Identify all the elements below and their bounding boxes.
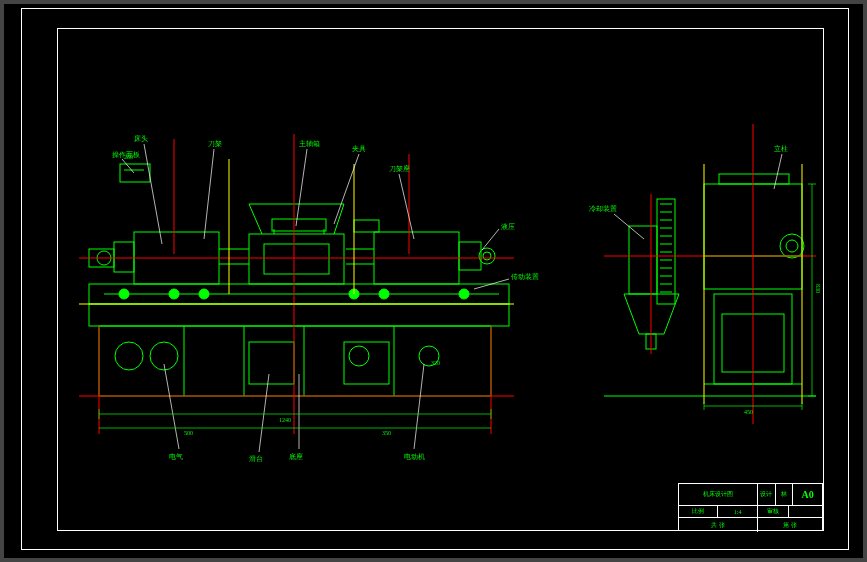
label-motor: 电动机 bbox=[404, 452, 425, 462]
label-transmission: 传动装置 bbox=[511, 272, 539, 282]
cad-canvas[interactable]: 操作面板 床头 刀架 主轴箱 夹具 刀架座 液压 传动装置 电气 滑台 底座 电… bbox=[4, 4, 863, 558]
drawing-title: 机床设计图 bbox=[703, 490, 733, 499]
tb-design-label: 设计 bbox=[758, 484, 776, 505]
title-block: 机床设计图 设计 林 A0 比例 1:4 审核 共 张 第 张 bbox=[678, 483, 823, 531]
dim-450: 450 bbox=[744, 409, 753, 415]
tb-scale-label: 比例 bbox=[679, 506, 718, 517]
dim-1240: 1240 bbox=[279, 417, 291, 423]
sheet-size: A0 bbox=[793, 484, 822, 505]
label-coolant: 冷却装置 bbox=[589, 204, 617, 214]
label-hydraulic: 液压 bbox=[501, 222, 515, 232]
tb-scale-value: 1:4 bbox=[718, 506, 757, 517]
dim-350: 350 bbox=[382, 430, 391, 436]
tb-designer: 林 bbox=[776, 484, 794, 505]
dim-280: 280 bbox=[124, 154, 133, 160]
dim-320: 320 bbox=[431, 360, 440, 366]
label-slide: 滑台 bbox=[249, 454, 263, 464]
dim-830: 830 bbox=[815, 284, 821, 293]
tb-sheet-num: 第 张 bbox=[758, 518, 822, 532]
label-toolpost: 刀架 bbox=[208, 139, 222, 149]
label-electrical: 电气 bbox=[169, 452, 183, 462]
dim-500: 500 bbox=[184, 430, 193, 436]
label-spindle-box: 主轴箱 bbox=[299, 139, 320, 149]
label-fixture: 夹具 bbox=[352, 144, 366, 154]
label-headstock: 床头 bbox=[134, 134, 148, 144]
tb-checker bbox=[789, 506, 822, 517]
label-column: 立柱 bbox=[774, 144, 788, 154]
tb-sheet-of: 共 张 bbox=[679, 518, 758, 532]
label-base: 底座 bbox=[289, 452, 303, 462]
label-toolseat: 刀架座 bbox=[389, 164, 410, 174]
tb-check-label: 审核 bbox=[758, 506, 790, 517]
